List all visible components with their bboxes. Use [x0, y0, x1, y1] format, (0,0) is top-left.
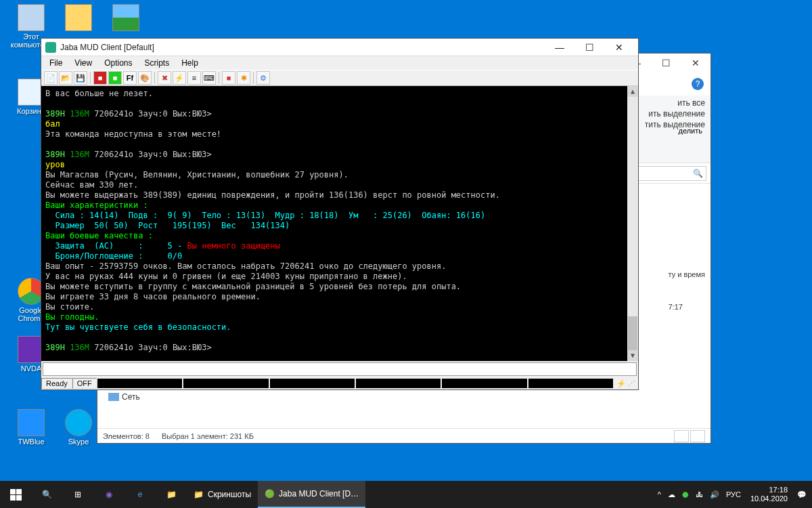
ribbon-item[interactable]: ить все	[677, 98, 705, 108]
folder-icon	[65, 4, 92, 31]
tray-network-icon[interactable]: 🖧	[696, 490, 703, 499]
windows-icon	[10, 489, 22, 501]
taskbar-search[interactable]: 🔍	[31, 481, 62, 508]
terminal-scrollbar[interactable]: ▲ ▼	[627, 86, 638, 361]
task-mud[interactable]: 🟢 Jaba MUD Client [D…	[258, 481, 365, 508]
status-gauge	[97, 379, 182, 388]
status-gauge	[442, 379, 526, 388]
explorer-statusbar: Элементов: 8 Выбран 1 элемент: 231 КБ	[97, 428, 710, 443]
ribbon-item[interactable]: ить выделение	[648, 109, 705, 119]
network-icon	[108, 393, 119, 401]
minimize-button[interactable]: —	[545, 39, 574, 56]
ribbon-group-label: делить	[678, 127, 702, 135]
menu-view[interactable]: View	[69, 57, 97, 69]
tb-world-green[interactable]: ■	[108, 71, 122, 85]
scroll-thumb[interactable]	[628, 316, 637, 350]
help-icon[interactable]: ?	[692, 78, 704, 90]
bolt-icon: ⚡	[616, 379, 626, 388]
tb-disconnect[interactable]: ✖	[158, 71, 171, 85]
system-tray: ^ ☁ ⬣ 🖧 🔊 РУС 17:18 10.04.2020 💬	[652, 486, 812, 503]
tb-font[interactable]: Ff	[123, 71, 137, 85]
status-gauge	[528, 379, 613, 388]
status-gauge	[356, 379, 441, 388]
pc-icon	[18, 4, 45, 31]
tray-notifications-icon[interactable]: 💬	[797, 490, 807, 499]
mud-titlebar[interactable]: Jaba MUD Client [Default] — ☐ ✕	[41, 39, 638, 56]
scroll-down-icon[interactable]: ▼	[627, 350, 638, 361]
tb-trigger[interactable]: ⚡	[173, 71, 186, 85]
twblue-icon	[18, 409, 45, 436]
task-explorer[interactable]: 📁 Скриншоты	[187, 481, 258, 508]
mud-window: Jaba MUD Client [Default] — ☐ ✕ File Vie…	[41, 38, 639, 390]
status-gauge	[183, 379, 268, 388]
tb-save[interactable]: 💾	[74, 71, 87, 85]
tb-stop[interactable]: ■	[222, 71, 235, 85]
tray-volume-icon[interactable]: 🔊	[710, 490, 719, 499]
folder-icon: 📁	[194, 490, 204, 499]
tb-open[interactable]: 📂	[59, 71, 72, 85]
explorer-maximize[interactable]: ☐	[651, 54, 681, 72]
status-off: OFF	[72, 378, 97, 389]
menu-options[interactable]: Options	[99, 57, 137, 69]
tray-app-icon[interactable]: ⬣	[682, 490, 689, 499]
status-gauge	[270, 379, 355, 388]
menu-file[interactable]: File	[44, 57, 68, 69]
mud-input[interactable]	[43, 362, 637, 376]
tray-onedrive-icon[interactable]: ☁	[668, 490, 675, 499]
desktop-icon-twblue[interactable]: TWBlue	[8, 409, 54, 446]
menu-help[interactable]: Help	[176, 57, 204, 69]
tb-color[interactable]: 🎨	[138, 71, 152, 85]
tray-chevron-up-icon[interactable]: ^	[658, 490, 661, 499]
tb-settings[interactable]: ⚙	[256, 71, 270, 85]
explorer-close[interactable]: ✕	[681, 54, 710, 72]
tb-new[interactable]: 📄	[44, 71, 58, 85]
tb-world-red[interactable]: ■	[93, 71, 107, 85]
view-icons-button[interactable]	[690, 430, 705, 442]
status-ready: Ready	[41, 378, 72, 389]
skype-icon	[65, 409, 92, 436]
explorer-details: ту и время 7:17	[668, 270, 705, 311]
resize-grip-icon[interactable]: ⋰	[628, 379, 635, 388]
tray-clock[interactable]: 17:18 10.04.2020	[748, 486, 790, 503]
tray-language[interactable]: РУС	[726, 490, 741, 499]
menu-scripts[interactable]: Scripts	[139, 57, 175, 69]
mud-menubar: File View Options Scripts Help	[41, 56, 638, 70]
desktop-icon-picture[interactable]	[103, 4, 149, 33]
desktop-icon-skype[interactable]: Skype	[55, 409, 102, 446]
taskbar: 🔍 ⊞ ◉ e 📁 📁 Скриншоты 🟢 Jaba MUD Client …	[0, 481, 812, 508]
tb-star[interactable]: ✱	[237, 71, 250, 85]
status-selected: Выбран 1 элемент: 231 КБ	[162, 432, 254, 440]
maximize-button[interactable]: ☐	[574, 39, 604, 56]
close-button[interactable]: ✕	[604, 39, 634, 56]
taskbar-explorer-pinned[interactable]: 📁	[156, 481, 187, 508]
search-icon: 🔍	[693, 169, 703, 178]
tb-alias[interactable]: ≡	[187, 71, 201, 85]
taskbar-taskview[interactable]: ⊞	[62, 481, 93, 508]
picture-icon	[112, 4, 139, 31]
mud-statusbar: Ready OFF ⚡ ⋰	[41, 377, 638, 389]
scroll-up-icon[interactable]: ▲	[627, 86, 638, 97]
explorer-network-item[interactable]: Сеть	[108, 392, 140, 402]
desktop-icon-folder[interactable]	[55, 4, 102, 33]
window-title: Jaba MUD Client [Default]	[60, 43, 154, 52]
mud-terminal[interactable]: В вас больше не лезет. 389H 136M 7206241…	[41, 86, 638, 361]
start-button[interactable]	[0, 481, 31, 508]
view-details-button[interactable]	[674, 430, 689, 442]
mud-toolbar: 📄 📂 💾 ■ ■ Ff 🎨 ✖ ⚡ ≡ ⌨ ■ ✱ ⚙	[41, 70, 638, 86]
taskbar-edge[interactable]: e	[125, 481, 156, 508]
taskbar-cortana[interactable]: ◉	[93, 481, 125, 508]
app-icon: 🟢	[265, 489, 275, 499]
tb-hotkey[interactable]: ⌨	[202, 71, 216, 85]
app-icon	[45, 42, 56, 53]
status-count: Элементов: 8	[103, 432, 150, 440]
